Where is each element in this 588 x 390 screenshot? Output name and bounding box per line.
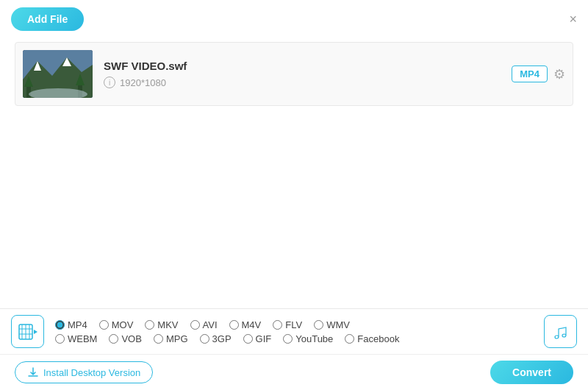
settings-icon[interactable]: ⚙ <box>553 66 565 82</box>
label-facebook: Facebook <box>357 333 399 344</box>
format-option-3gp[interactable]: 3GP <box>200 333 232 344</box>
label-wmv: WMV <box>326 319 350 330</box>
format-row-2: WEBM VOB MPG 3GP GIF <box>55 333 533 344</box>
radio-mkv[interactable] <box>145 320 154 330</box>
convert-button[interactable]: Convert <box>490 361 573 384</box>
bottom-toolbar: MP4 MOV MKV AVI M4V <box>0 308 588 390</box>
radio-webm[interactable] <box>55 334 65 344</box>
radio-avi[interactable] <box>190 320 200 330</box>
install-desktop-label: Install Desktop Version <box>43 367 140 378</box>
radio-gif[interactable] <box>243 334 253 344</box>
add-file-button[interactable]: Add File <box>11 7 84 31</box>
label-webm: WEBM <box>68 333 97 344</box>
download-icon <box>27 366 39 378</box>
radio-mp4[interactable] <box>55 320 65 330</box>
format-option-mpg[interactable]: MPG <box>154 333 188 344</box>
main-content-area <box>0 110 588 341</box>
format-option-gif[interactable]: GIF <box>243 333 272 344</box>
label-mpg: MPG <box>166 333 188 344</box>
label-vob: VOB <box>121 333 141 344</box>
label-3gp: 3GP <box>212 333 232 344</box>
radio-mpg[interactable] <box>154 334 163 344</box>
radio-m4v[interactable] <box>229 320 239 330</box>
label-m4v: M4V <box>242 319 262 330</box>
format-option-vob[interactable]: VOB <box>109 333 141 344</box>
bottom-bar: Install Desktop Version Convert <box>0 355 588 390</box>
file-resolution: 1920*1080 <box>120 77 166 88</box>
radio-youtube[interactable] <box>283 334 293 344</box>
label-avi: AVI <box>203 319 218 330</box>
format-selector: MP4 MOV MKV AVI M4V <box>0 309 588 355</box>
close-button[interactable]: × <box>569 13 577 26</box>
format-option-mov[interactable]: MOV <box>99 319 134 330</box>
svg-marker-15 <box>34 330 37 334</box>
file-name: SWF VIDEO.swf <box>104 60 512 72</box>
format-option-avi[interactable]: AVI <box>190 319 218 330</box>
format-option-mp4[interactable]: MP4 <box>55 319 87 330</box>
file-thumbnail <box>23 50 93 98</box>
label-mov: MOV <box>112 319 134 330</box>
label-gif: GIF <box>256 333 272 344</box>
file-meta: i 1920*1080 <box>104 77 512 88</box>
info-icon: i <box>104 77 115 88</box>
radio-flv[interactable] <box>273 320 282 330</box>
radio-wmv[interactable] <box>314 320 323 330</box>
label-youtube: YouTube <box>295 333 333 344</box>
format-option-wmv[interactable]: WMV <box>314 319 350 330</box>
radio-mov[interactable] <box>99 320 109 330</box>
radio-3gp[interactable] <box>200 334 209 344</box>
format-row-1: MP4 MOV MKV AVI M4V <box>55 319 533 330</box>
label-flv: FLV <box>285 319 302 330</box>
install-desktop-button[interactable]: Install Desktop Version <box>15 361 153 383</box>
format-option-facebook[interactable]: Facebook <box>345 333 399 344</box>
header: Add File × <box>0 0 588 38</box>
video-format-icon-button[interactable] <box>11 315 44 348</box>
file-info: SWF VIDEO.swf i 1920*1080 <box>104 60 512 88</box>
format-option-flv[interactable]: FLV <box>273 319 302 330</box>
format-option-m4v[interactable]: M4V <box>229 319 262 330</box>
file-actions: MP4 ⚙ <box>512 65 565 82</box>
radio-facebook[interactable] <box>345 334 354 344</box>
format-option-webm[interactable]: WEBM <box>55 333 97 344</box>
audio-format-icon-button[interactable] <box>544 315 577 348</box>
format-option-youtube[interactable]: YouTube <box>283 333 333 344</box>
radio-vob[interactable] <box>109 334 118 344</box>
formats-container: MP4 MOV MKV AVI M4V <box>55 319 533 344</box>
label-mkv: MKV <box>157 319 178 330</box>
label-mp4: MP4 <box>68 319 87 330</box>
file-list-area: SWF VIDEO.swf i 1920*1080 MP4 ⚙ <box>15 42 573 106</box>
format-badge[interactable]: MP4 <box>512 65 548 82</box>
format-option-mkv[interactable]: MKV <box>145 319 178 330</box>
